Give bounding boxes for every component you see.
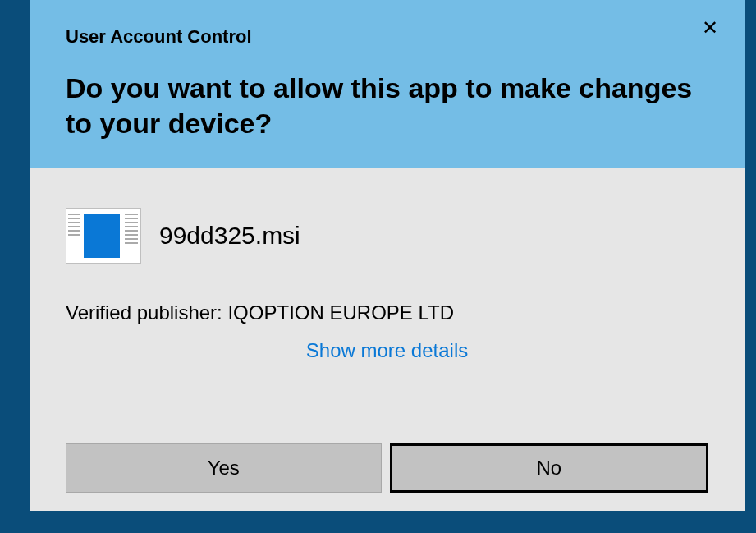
close-button[interactable]: ✕: [699, 15, 722, 41]
dialog-question: Do you want to allow this app to make ch…: [66, 71, 706, 140]
button-row: Yes No: [66, 414, 708, 493]
app-info-row: 99dd325.msi: [66, 208, 708, 264]
close-icon: ✕: [702, 16, 718, 39]
publisher-info: Verified publisher: IQOPTION EUROPE LTD: [66, 301, 708, 324]
dialog-title: User Account Control: [66, 26, 708, 48]
publisher-label: Verified publisher:: [66, 301, 222, 324]
publisher-name: IQOPTION EUROPE LTD: [227, 301, 454, 324]
dialog-body: 99dd325.msi Verified publisher: IQOPTION…: [30, 168, 745, 511]
show-details-link[interactable]: Show more details: [66, 339, 708, 362]
installer-icon: [66, 208, 141, 264]
app-filename: 99dd325.msi: [159, 222, 300, 250]
dialog-header: ✕ User Account Control Do you want to al…: [30, 0, 745, 168]
uac-dialog: ✕ User Account Control Do you want to al…: [30, 0, 745, 511]
yes-button[interactable]: Yes: [66, 443, 382, 493]
no-button[interactable]: No: [390, 443, 709, 493]
